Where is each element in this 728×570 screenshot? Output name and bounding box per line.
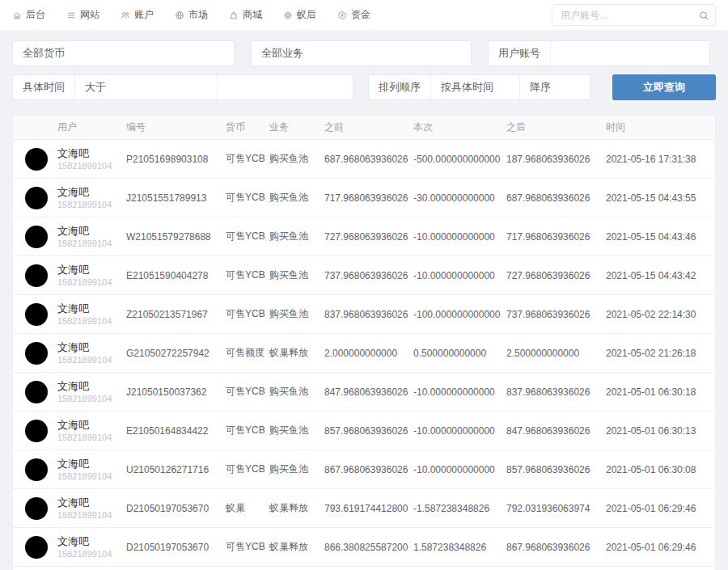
record-id: E21051590404278 bbox=[126, 270, 226, 281]
record-amount: -10.000000000000 bbox=[413, 464, 506, 475]
account-label: 用户账号 bbox=[489, 41, 551, 65]
table-row[interactable]: 文海吧 15821899104 W21051579278688 可售YCB 购买… bbox=[13, 217, 715, 256]
user-name: 文海吧 bbox=[57, 380, 121, 393]
record-before: 866.380825587200 bbox=[324, 542, 413, 553]
user-phone: 15821899104 bbox=[57, 509, 121, 521]
user-phone: 15821899104 bbox=[57, 315, 121, 327]
record-amount: -10.000000000000 bbox=[413, 231, 506, 243]
table-row[interactable]: 文海吧 15821899104 D21050197053670 可售YCB 蚁巢… bbox=[13, 528, 715, 567]
search-icon[interactable] bbox=[699, 10, 709, 24]
record-currency: 可售YCB bbox=[226, 152, 269, 166]
user-phone: 15821899104 bbox=[57, 199, 121, 210]
nav-item-funds[interactable]: 资金 bbox=[337, 8, 370, 22]
record-time: 2021-05-02 21:26:18 bbox=[606, 348, 715, 359]
coin-icon bbox=[337, 11, 347, 20]
gear-icon bbox=[283, 11, 293, 20]
record-after: 792.031936063974 bbox=[506, 503, 606, 514]
user-name: 文海吧 bbox=[57, 419, 121, 432]
record-id: U21050126271716 bbox=[126, 464, 226, 475]
nav-item-label: 账户 bbox=[134, 8, 154, 22]
record-before: 857.968063936026 bbox=[324, 425, 413, 437]
nav-item-website[interactable]: 网站 bbox=[66, 8, 99, 22]
user-phone: 15821899104 bbox=[57, 160, 121, 171]
user-name: 文海吧 bbox=[57, 341, 121, 354]
account-group: 用户账号 bbox=[488, 40, 710, 66]
record-time: 2021-05-16 17:31:38 bbox=[606, 154, 715, 165]
table-row[interactable]: 文海吧 15821899104 J21051551789913 可售YCB 购买… bbox=[13, 179, 715, 217]
time-operator-select[interactable]: 大于 bbox=[75, 75, 217, 99]
table-body: 文海吧 15821899104 P21051698903108 可售YCB 购买… bbox=[13, 140, 715, 570]
avatar bbox=[25, 536, 48, 559]
query-button[interactable]: 立即查询 bbox=[612, 74, 716, 100]
table-row[interactable]: 文海吧 15821899104 J21050150037362 可售YCB 购买… bbox=[13, 373, 715, 412]
record-business: 购买鱼池 bbox=[269, 268, 324, 282]
time-group: 具体时间 大于 bbox=[12, 74, 353, 100]
record-before: 867.968063936026 bbox=[324, 464, 413, 475]
avatar bbox=[25, 458, 48, 481]
header-before: 之前 bbox=[324, 120, 413, 134]
table-row[interactable]: 文海吧 15821899104 P21051698903108 可售YCB 购买… bbox=[13, 140, 715, 179]
avatar bbox=[25, 264, 48, 287]
table-row[interactable]: 文海吧 15821899104 U21050126271716 可售YCB 购买… bbox=[13, 450, 715, 489]
record-business: 购买鱼池 bbox=[269, 230, 324, 243]
nav-item-label: 网站 bbox=[80, 8, 99, 22]
record-before: 837.968063936026 bbox=[324, 309, 413, 320]
record-before: 687.968063936026 bbox=[324, 154, 413, 165]
time-value-input[interactable] bbox=[217, 75, 353, 99]
table-row[interactable]: 文海吧 15821899104 Z21050213571967 可售YCB 购买… bbox=[13, 295, 715, 334]
header-id: 编号 bbox=[126, 120, 226, 134]
record-before: 737.968063936026 bbox=[324, 270, 413, 281]
record-currency: 可售YCB bbox=[226, 424, 269, 437]
nav-item-queen[interactable]: 蚁后 bbox=[283, 8, 316, 22]
user-name: 文海吧 bbox=[57, 535, 121, 548]
header-amount: 本次 bbox=[413, 120, 506, 134]
nav-item-market[interactable]: 市场 bbox=[175, 8, 208, 22]
record-time: 2021-05-02 22:14:30 bbox=[606, 309, 715, 320]
table-header-row: 用户 编号 货币 业务 之前 本次 之后 时间 bbox=[13, 116, 715, 140]
record-id: D21050197053670 bbox=[126, 542, 226, 553]
table-row[interactable]: 文海吧 15821899104 D21050197053670 蚁巢 蚁巢释放 … bbox=[13, 489, 715, 528]
currency-select[interactable]: 全部货币 bbox=[12, 40, 235, 66]
search-input[interactable] bbox=[552, 4, 716, 26]
record-before: 727.968063936026 bbox=[324, 231, 413, 243]
nav-item-backend[interactable]: 后台 bbox=[12, 8, 45, 22]
record-time: 2021-05-01 06:30:13 bbox=[606, 425, 715, 437]
table-row[interactable]: 文海吧 15821899104 E21051590404278 可售YCB 购买… bbox=[13, 256, 715, 295]
order-field-select[interactable]: 按具体时间 bbox=[431, 75, 520, 99]
record-business: 购买鱼池 bbox=[269, 152, 324, 166]
record-time: 2021-05-15 04:43:55 bbox=[606, 192, 715, 204]
record-after: 2.500000000000 bbox=[506, 348, 606, 359]
account-input[interactable] bbox=[551, 41, 709, 65]
avatar bbox=[25, 148, 48, 171]
user-name: 文海吧 bbox=[57, 186, 121, 199]
avatar bbox=[25, 226, 48, 248]
order-direction-select[interactable]: 降序 bbox=[520, 75, 561, 99]
record-currency: 可售YCB bbox=[226, 540, 269, 554]
list-icon bbox=[66, 11, 76, 20]
nav-item-label: 后台 bbox=[26, 8, 45, 22]
table-row[interactable]: 文海吧 15821899104 G21050272257942 可售额度 蚁巢释… bbox=[13, 334, 715, 373]
table-row[interactable]: 文海吧 bbox=[13, 567, 715, 570]
record-after: 187.968063936026 bbox=[506, 154, 606, 165]
top-search bbox=[552, 4, 716, 26]
nav-item-accounts[interactable]: 账户 bbox=[121, 8, 154, 22]
nav-item-mall[interactable]: 商城 bbox=[229, 8, 262, 22]
record-id: E21050164834422 bbox=[126, 425, 226, 437]
user-name: 文海吧 bbox=[57, 496, 121, 509]
filter-row-2: 具体时间 大于 排列顺序 按具体时间 降序 立即查询 bbox=[12, 74, 716, 100]
business-select[interactable]: 全部业务 bbox=[251, 40, 472, 66]
record-after: 867.968063936026 bbox=[506, 542, 606, 553]
record-id: J21051551789913 bbox=[126, 192, 226, 204]
filter-panel: 全部货币 全部业务 用户账号 具体时间 大于 排列顺序 按具体时间 降序 立即查… bbox=[0, 31, 728, 115]
record-business: 购买鱼池 bbox=[269, 385, 324, 399]
header-currency: 货币 bbox=[226, 120, 269, 134]
record-before: 847.968063936026 bbox=[324, 386, 413, 398]
record-amount: -30.000000000000 bbox=[413, 192, 506, 204]
record-business: 购买鱼池 bbox=[269, 462, 324, 476]
user-phone: 15821899104 bbox=[57, 548, 121, 559]
record-amount: 1.587238348826 bbox=[413, 542, 506, 553]
record-currency: 可售YCB bbox=[226, 307, 269, 321]
records-table: 用户 编号 货币 业务 之前 本次 之后 时间 文海吧 15821899104 … bbox=[12, 115, 716, 570]
table-row[interactable]: 文海吧 15821899104 E21050164834422 可售YCB 购买… bbox=[13, 412, 715, 450]
avatar bbox=[25, 187, 48, 209]
